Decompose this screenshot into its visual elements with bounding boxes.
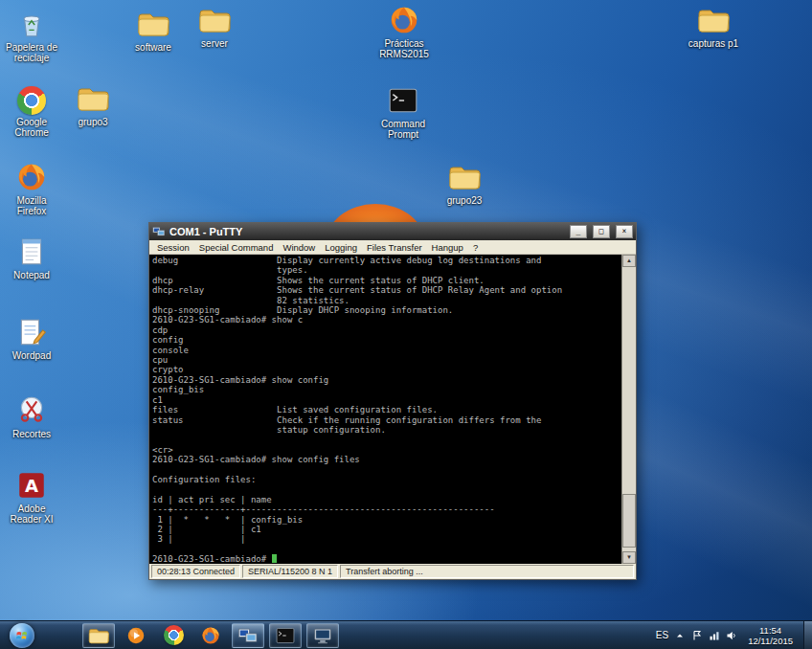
desktop-icon-label: Command Prompt	[372, 119, 434, 140]
desktop-icon-label: Mozilla Firefox	[1, 195, 62, 216]
show-desktop-button[interactable]	[803, 621, 812, 649]
terminal-line: dhcp-snooping Display DHCP snooping info…	[152, 305, 621, 315]
tray-icons	[674, 630, 737, 641]
desktop-icon-notepad[interactable]: Notepad	[1, 234, 62, 280]
terminal-line	[152, 484, 621, 494]
terminal-line: 3 | |	[152, 534, 621, 544]
terminal-line: 2610-G23-SG1-cambiado# show config	[152, 375, 621, 385]
desktop-icon-grupo23[interactable]: grupo23	[434, 159, 495, 206]
start-button[interactable]	[10, 623, 34, 648]
terminal-line: 2610-G23-SG1-cambiado#	[152, 554, 621, 564]
folder-icon	[434, 159, 495, 193]
terminal-line: debug Display currently active debug log…	[152, 256, 621, 265]
terminal-line: 2 | | c1	[152, 525, 621, 534]
menu-session[interactable]: Session	[152, 242, 194, 253]
desktop-icon-command-prompt[interactable]: Command Prompt	[372, 82, 434, 140]
menu-help[interactable]: ?	[468, 242, 483, 253]
desktop-icon-grupo3[interactable]: grupo3	[62, 80, 124, 127]
desktop-icon-recortes[interactable]: Recortes	[1, 392, 62, 439]
terminal-line: dhcp Shows the current status of DHCP cl…	[152, 276, 621, 285]
desktop-icon-server[interactable]: server	[184, 2, 245, 49]
desktop-icon-recycle-bin[interactable]: Papelera de reciclaje	[1, 6, 62, 63]
desktop-icon-label: Papelera de reciclaje	[1, 42, 62, 63]
action-center-icon[interactable]	[691, 630, 703, 641]
terminal-line: ---+-------------+----------------------…	[152, 504, 621, 514]
taskbar-explorer-button[interactable]	[82, 623, 115, 648]
terminal-line: id | act pri sec | name	[152, 495, 621, 504]
menu-window[interactable]: Window	[278, 242, 320, 253]
desktop-icon-label: Prácticas RRMS2015	[373, 38, 435, 59]
language-indicator[interactable]: ES	[656, 630, 668, 640]
terminal-line	[152, 435, 621, 444]
wordpad-icon	[1, 314, 62, 348]
taskbar-putty-button[interactable]	[232, 623, 264, 648]
menu-files-transfer[interactable]: Files Transfer	[362, 242, 427, 253]
recycle-bin-icon	[1, 6, 62, 40]
terminal[interactable]: debug Display currently active debug log…	[149, 255, 621, 564]
taskbar-media-player-button[interactable]	[120, 623, 152, 648]
folder-icon	[62, 80, 124, 115]
scrollbar-track[interactable]	[622, 267, 636, 551]
window-title: COM1 - PuTTY	[169, 226, 564, 237]
terminal-line: 1 | * * * | config_bis	[152, 515, 621, 525]
terminal-line: cpu	[152, 355, 621, 365]
scrollbar-thumb[interactable]	[622, 494, 636, 548]
menu-special-command[interactable]: Special Command	[194, 242, 279, 253]
windows-flag-icon	[14, 628, 30, 643]
minimize-button[interactable]: _	[570, 225, 587, 238]
putty-app-icon	[152, 225, 166, 238]
status-connection: 00:28:13 Connected	[151, 565, 240, 578]
desktop-icon-capturas-p1[interactable]: capturas p1	[683, 2, 744, 49]
desktop-icon-wordpad[interactable]: Wordpad	[1, 314, 62, 361]
taskbar-monitor-button[interactable]	[306, 623, 339, 648]
terminal-line: statup configuration.	[152, 425, 621, 435]
maximize-button[interactable]: □	[593, 225, 610, 238]
clock-time: 11:54	[748, 625, 793, 636]
chrome-icon	[1, 80, 62, 115]
network-icon[interactable]	[709, 630, 720, 641]
terminal-line: crypto	[152, 365, 621, 374]
taskbar: ES 11:54 12/11/2015	[0, 620, 812, 649]
terminal-line: types.	[152, 265, 621, 275]
putty-statusbar: 00:28:13 Connected SERIAL/115200 8 N 1 T…	[149, 564, 636, 579]
desktop-icon-label: grupo3	[62, 117, 124, 127]
system-tray: ES 11:54 12/11/2015	[656, 621, 812, 649]
taskbar-buttons	[82, 623, 339, 648]
putty-menubar: SessionSpecial CommandWindowLoggingFiles…	[149, 240, 636, 255]
svg-text:A: A	[25, 476, 38, 496]
close-button[interactable]: ×	[616, 225, 633, 238]
terminal-cursor	[272, 554, 277, 563]
terminal-line	[152, 545, 621, 554]
desktop-icon-google-chrome[interactable]: Google Chrome	[1, 80, 62, 138]
terminal-line: 2610-G23-SG1-cambiado# show c	[152, 315, 621, 324]
terminal-line: <cr>	[152, 445, 621, 455]
volume-icon[interactable]	[726, 630, 737, 641]
menu-logging[interactable]: Logging	[320, 242, 362, 253]
desktop: Papelera de reciclajesoftwareserverPráct…	[0, 0, 812, 620]
status-transfer: Transfert aborting ...	[340, 565, 634, 578]
terminal-line: c1	[152, 395, 621, 405]
putty-titlebar[interactable]: COM1 - PuTTY _ □ ×	[149, 223, 636, 240]
terminal-line: files List saved configuration files.	[152, 405, 621, 414]
terminal-scrollbar[interactable]: ▲ ▼	[621, 255, 636, 564]
taskbar-chrome-button[interactable]	[157, 623, 190, 648]
menu-hangup[interactable]: Hangup	[427, 242, 468, 253]
scroll-down-icon[interactable]: ▼	[622, 551, 636, 564]
desktop-icon-practicas-rrms2015[interactable]: Prácticas RRMS2015	[373, 2, 435, 59]
desktop-icon-label: software	[123, 42, 184, 53]
chevron-up-icon[interactable]	[674, 630, 686, 641]
taskbar-cmd-button[interactable]	[269, 623, 302, 648]
desktop-icon-label: Recortes	[1, 429, 62, 439]
clock[interactable]: 11:54 12/11/2015	[748, 625, 793, 646]
desktop-icon-adobe-reader-xi[interactable]: AAdobe Reader XI	[1, 467, 62, 525]
taskbar-firefox-button[interactable]	[194, 623, 227, 648]
scroll-up-icon[interactable]: ▲	[622, 255, 636, 267]
clock-date: 12/11/2015	[748, 636, 793, 646]
desktop-icon-software[interactable]: software	[123, 6, 184, 53]
desktop-icon-mozilla-firefox[interactable]: Mozilla Firefox	[1, 159, 62, 216]
terminal-line: dhcp-relay Shows the current status of D…	[152, 285, 621, 295]
terminal-line: 82 statistics.	[152, 296, 621, 305]
terminal-line: config_bis	[152, 385, 621, 394]
cmd-icon	[372, 82, 434, 117]
terminal-line: 2610-G23-SG1-cambiado# show config files	[152, 455, 621, 464]
